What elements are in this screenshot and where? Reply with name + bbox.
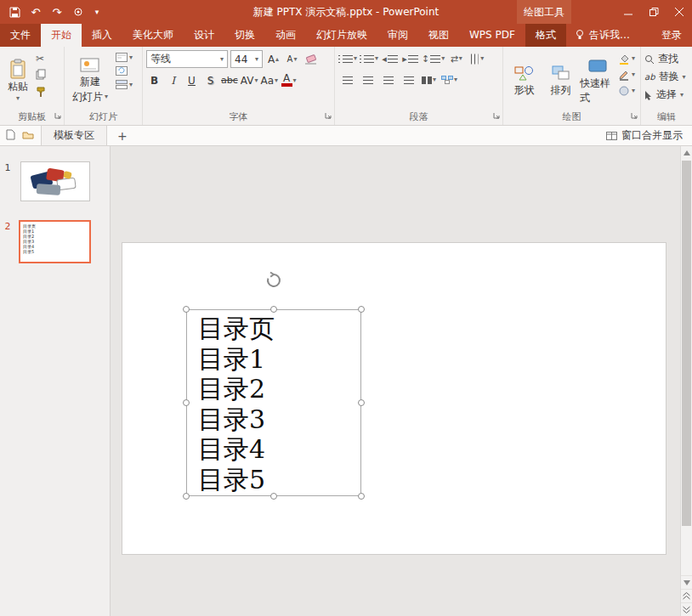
align-left-button[interactable] — [338, 71, 356, 88]
format-painter-icon[interactable] — [36, 87, 46, 100]
copy-icon[interactable] — [36, 69, 46, 82]
add-tab-button[interactable]: + — [114, 129, 131, 143]
text-shadow-button[interactable]: S — [202, 72, 218, 88]
italic-button[interactable]: I — [165, 72, 181, 88]
new-slide-button[interactable]: 新建 幻灯片 ▾ — [68, 50, 112, 110]
resize-handle-bottom-left[interactable] — [183, 493, 190, 500]
bold-button[interactable]: B — [146, 72, 162, 88]
align-right-button[interactable] — [379, 71, 397, 88]
shape-effects-button[interactable]: ▾ — [618, 85, 635, 97]
strikethrough-button[interactable]: abc — [221, 72, 238, 88]
font-size-combo[interactable]: 44 ▾ — [230, 50, 263, 68]
tab-design[interactable]: 设计 — [184, 24, 224, 47]
tab-home[interactable]: 开始 — [41, 24, 82, 47]
sign-in-button[interactable]: 登录 — [651, 24, 692, 47]
shape-fill-button[interactable]: ▾ — [618, 53, 635, 65]
next-slide-button[interactable] — [681, 602, 692, 616]
touch-mode-icon[interactable] — [71, 5, 85, 19]
merge-windows-button[interactable]: 窗口合并显示 — [606, 128, 686, 143]
shape-outline-button[interactable]: ▾ — [618, 69, 635, 81]
lightbulb-icon — [575, 29, 585, 42]
clipboard-dialog-launcher[interactable] — [54, 110, 62, 122]
numbering-button[interactable]: ▾ — [360, 50, 378, 67]
paragraph-group-label: 段落 — [335, 110, 502, 125]
tab-review[interactable]: 审阅 — [377, 24, 418, 47]
replace-button[interactable]: ab 替换 ▾ — [644, 68, 689, 86]
resize-handle-middle-right[interactable] — [358, 399, 365, 406]
save-icon[interactable] — [8, 5, 21, 19]
textbox-text[interactable]: 目录页 目录1 目录2 目录3 目录4 目录5 — [187, 310, 360, 494]
paragraph-dialog-launcher[interactable] — [493, 110, 501, 122]
resize-handle-bottom-right[interactable] — [358, 493, 365, 500]
template-zone-label: 模板专区 — [54, 128, 94, 143]
find-button[interactable]: 查找 — [644, 50, 689, 68]
resize-handle-top-right[interactable] — [358, 306, 365, 313]
tell-me-box[interactable]: 告诉我… — [566, 24, 638, 47]
justify-button[interactable] — [400, 71, 417, 88]
drawing-dialog-launcher[interactable] — [631, 110, 638, 122]
tab-insert[interactable]: 插入 — [82, 24, 122, 47]
new-presentation-icon[interactable] — [6, 129, 15, 143]
select-button[interactable]: 选择 ▾ — [644, 86, 689, 104]
columns-button[interactable]: ▾ — [420, 71, 438, 88]
font-dialog-launcher[interactable] — [325, 110, 332, 122]
restore-button[interactable] — [641, 0, 666, 24]
smartart-convert-button[interactable]: ▾ — [440, 71, 458, 88]
reset-slide-button[interactable] — [116, 66, 133, 76]
open-folder-icon[interactable] — [22, 130, 34, 142]
cut-icon[interactable]: ✂ — [36, 53, 46, 65]
change-case-button[interactable]: Aa▾ — [260, 72, 278, 88]
tab-slideshow[interactable]: 幻灯片放映 — [306, 24, 377, 47]
tab-format[interactable]: 格式 — [525, 24, 566, 47]
selected-textbox[interactable]: 目录页 目录1 目录2 目录3 目录4 目录5 — [186, 309, 361, 496]
vertical-scrollbar[interactable] — [680, 146, 692, 616]
slide-1-thumbnail[interactable] — [20, 161, 90, 201]
new-slide-label-1: 新建 — [80, 75, 100, 89]
resize-handle-top-left[interactable] — [183, 306, 190, 313]
previous-slide-button[interactable] — [681, 589, 692, 602]
align-center-button[interactable] — [359, 71, 377, 88]
scroll-down-arrow[interactable] — [681, 575, 692, 589]
line-spacing-button[interactable]: ↕▾ — [422, 50, 445, 67]
quick-styles-button[interactable]: 快速样式 — [580, 50, 615, 110]
tab-view[interactable]: 视图 — [418, 24, 459, 47]
character-spacing-button[interactable]: AV▾ — [241, 72, 258, 88]
rotation-handle[interactable] — [264, 271, 283, 290]
increase-indent-button[interactable]: ▸ — [401, 50, 419, 67]
bullets-button[interactable]: ▾ — [338, 50, 357, 67]
tab-beautify-master[interactable]: 美化大师 — [122, 24, 184, 47]
section-button[interactable]: ▾ — [116, 80, 133, 89]
text-direction-button[interactable]: ⇄▾ — [447, 50, 465, 67]
editing-canvas[interactable]: 目录页 目录1 目录2 目录3 目录4 目录5 — [111, 146, 680, 616]
redo-icon[interactable]: ↷ — [50, 5, 64, 19]
undo-icon[interactable]: ↶ — [29, 5, 43, 19]
minimize-button[interactable] — [615, 0, 641, 24]
underline-button[interactable]: U — [184, 72, 200, 88]
shrink-font-button[interactable]: A▾ — [284, 51, 300, 67]
slide-canvas[interactable]: 目录页 目录1 目录2 目录3 目录4 目录5 — [122, 242, 666, 555]
close-button[interactable] — [666, 0, 692, 24]
tab-wps-pdf[interactable]: WPS PDF — [459, 24, 525, 47]
shapes-button[interactable]: 形状 — [507, 50, 542, 110]
font-name-combo[interactable]: 等线 ▾ — [146, 50, 228, 68]
paste-button[interactable]: 粘贴 ▾ — [3, 50, 32, 110]
font-color-button[interactable]: A ▾ — [281, 72, 297, 88]
resize-handle-bottom-center[interactable] — [270, 493, 277, 500]
layout-button[interactable]: ▾ — [116, 53, 133, 62]
layout-caret: ▾ — [129, 54, 133, 61]
template-zone-tab[interactable]: 模板专区 — [41, 126, 107, 145]
tab-file[interactable]: 文件 — [0, 24, 41, 47]
scroll-up-arrow[interactable] — [681, 146, 692, 160]
resize-handle-top-center[interactable] — [270, 306, 277, 313]
align-text-button[interactable]: ▾ — [468, 50, 485, 67]
resize-handle-middle-left[interactable] — [183, 399, 190, 406]
slide-2-thumbnail[interactable]: 目录页 目录1 目录2 目录3 目录4 目录5 — [19, 220, 91, 263]
decrease-indent-button[interactable]: ◂ — [381, 50, 399, 67]
qat-customize-icon[interactable]: ▾ — [93, 5, 101, 19]
arrange-button[interactable]: 排列 — [543, 50, 578, 110]
scrollbar-thumb[interactable] — [682, 161, 691, 526]
tab-animations[interactable]: 动画 — [265, 24, 306, 47]
grow-font-button[interactable]: A▴ — [265, 51, 281, 67]
clear-formatting-button[interactable] — [303, 51, 319, 67]
tab-transitions[interactable]: 切换 — [224, 24, 265, 47]
